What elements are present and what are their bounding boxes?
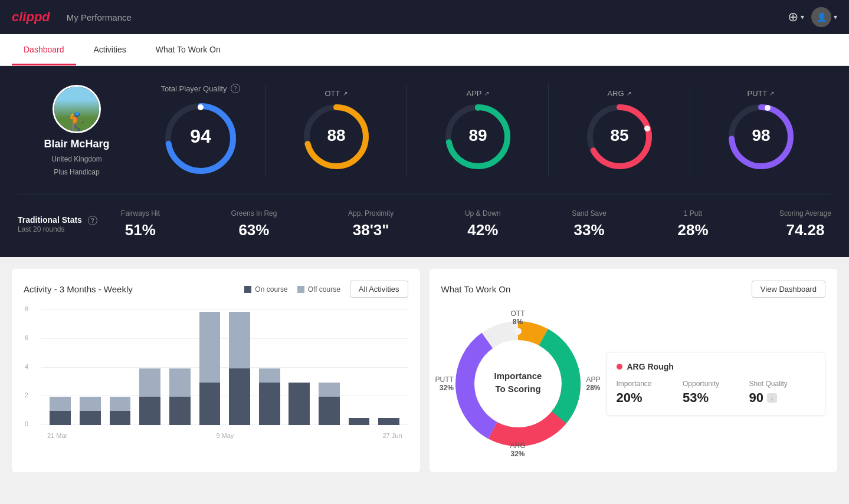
total-quality-help-icon[interactable]: ? — [231, 84, 240, 93]
ott-label: OTT ↗ — [325, 89, 348, 98]
donut-label-putt: PUTT 32% — [435, 375, 454, 392]
bar-3 — [107, 397, 133, 425]
gauge-ott-svg: 88 — [301, 101, 372, 172]
stat-proximity: App. Proximity 38'3" — [348, 209, 394, 239]
stat-sandsave: Sand Save 33% — [572, 209, 607, 239]
app-trend-icon: ↗ — [484, 90, 489, 97]
bar-on — [229, 368, 250, 425]
stat-1putt: 1 Putt 28% — [677, 209, 708, 239]
bar-off — [110, 397, 131, 411]
bar-8 — [256, 368, 283, 425]
bar-1 — [47, 397, 74, 425]
donut-label-ott: OTT 8% — [511, 309, 525, 326]
bar-on — [319, 397, 340, 425]
bar-4 — [137, 368, 163, 425]
tab-dashboard[interactable]: Dashboard — [12, 34, 76, 65]
donut-label-app: APP 28% — [586, 375, 600, 392]
gauges-section: Total Player Quality ? 94 OTT ↗ — [136, 84, 831, 177]
trad-help-icon[interactable]: ? — [88, 216, 97, 225]
bar-on — [378, 418, 399, 425]
bar-on — [199, 383, 221, 425]
donut-svg: Importance To Scoring — [441, 307, 595, 460]
bar-11 — [346, 418, 372, 425]
x-label-may: 9 May — [216, 432, 234, 439]
bar-off — [259, 368, 280, 383]
all-activities-button[interactable]: All Activities — [350, 281, 408, 298]
bar-off — [319, 383, 340, 397]
player-country: United Kingdom — [51, 155, 101, 163]
activity-header: Activity - 3 Months - Weekly On course O… — [24, 281, 408, 298]
plus-icon: ⊕ — [788, 9, 798, 25]
work-on-card: What To Work On View Dashboard — [430, 269, 838, 472]
page-title: My Performance — [67, 12, 132, 22]
svg-text:To Scoring: To Scoring — [495, 384, 540, 394]
shot-quality-badge: ↓ — [767, 393, 778, 403]
bar-on — [259, 383, 280, 425]
arg-label: ARG ↗ — [607, 89, 631, 98]
trad-sub: Last 20 rounds — [18, 225, 97, 233]
avatar-icon: 👤 — [817, 12, 827, 22]
avatar-chevron: ▾ — [834, 13, 837, 21]
logo-area: clippd My Performance — [12, 9, 132, 25]
gauge-arg: ARG ↗ 85 — [549, 84, 690, 177]
legend-off-course: Off course — [297, 285, 340, 294]
donut-chart-container: Importance To Scoring OTT 8% APP 28% ARG… — [441, 307, 595, 460]
main-content: Activity - 3 Months - Weekly On course O… — [0, 257, 849, 484]
stat-fairways: Fairways Hit 51% — [121, 209, 160, 239]
svg-point-26 — [514, 433, 522, 440]
view-dashboard-button[interactable]: View Dashboard — [752, 281, 825, 298]
on-course-legend-dot — [244, 286, 251, 293]
tab-activities[interactable]: Activities — [82, 34, 138, 65]
bar-on — [110, 411, 131, 425]
x-label-jun: 27 Jun — [382, 432, 402, 439]
off-course-legend-dot — [297, 286, 304, 293]
info-card-title: ARG Rough — [617, 362, 816, 371]
gauge-putt: PUTT ↗ 98 — [690, 84, 831, 177]
bar-off — [50, 397, 71, 411]
info-stat-shot-quality: Shot Quality 90 ↓ — [749, 380, 816, 406]
bar-on — [139, 397, 160, 425]
bar-on — [169, 397, 191, 425]
svg-point-2 — [198, 104, 204, 110]
work-on-title: What To Work On — [441, 284, 511, 294]
trad-label-block: Traditional Stats ? Last 20 rounds — [18, 215, 97, 234]
gauge-total-quality: Total Player Quality ? 94 — [136, 84, 265, 177]
svg-text:Importance: Importance — [494, 371, 542, 381]
legend-on-course: On course — [244, 285, 287, 294]
player-info: 🏌️ Blair McHarg United Kingdom Plus Hand… — [18, 85, 136, 176]
putt-trend-icon: ↗ — [769, 90, 774, 97]
stat-updown: Up & Down 42% — [465, 209, 501, 239]
logo: clippd — [12, 9, 50, 25]
arg-trend-icon: ↗ — [627, 90, 631, 97]
add-button[interactable]: ⊕ ▾ — [788, 9, 804, 25]
arg-rough-info-card: ARG Rough Importance 20% Opportunity 53%… — [607, 352, 826, 416]
bar-2 — [77, 397, 104, 425]
activity-card: Activity - 3 Months - Weekly On course O… — [12, 269, 420, 472]
bar-off — [199, 312, 221, 383]
info-stats: Importance 20% Opportunity 53% Shot Qual… — [617, 380, 816, 406]
bar-on — [349, 418, 370, 425]
bar-off — [139, 368, 160, 397]
svg-point-13 — [644, 126, 650, 131]
tab-what-to-work-on[interactable]: What To Work On — [144, 34, 232, 65]
bar-6 — [196, 312, 223, 425]
header: clippd My Performance ⊕ ▾ 👤 ▾ — [0, 0, 849, 34]
svg-text:98: 98 — [752, 126, 770, 144]
add-chevron: ▾ — [801, 13, 804, 21]
bar-on — [50, 411, 71, 425]
bar-5 — [167, 368, 194, 425]
svg-text:89: 89 — [468, 126, 487, 144]
bar-9 — [286, 383, 313, 425]
gauge-total-svg: 94 — [162, 100, 239, 177]
svg-point-25 — [568, 380, 575, 387]
user-menu[interactable]: 👤 ▾ — [811, 7, 837, 27]
activity-title: Activity - 3 Months - Weekly — [24, 284, 133, 294]
chart-legend: On course Off course — [244, 285, 340, 294]
header-actions: ⊕ ▾ 👤 ▾ — [788, 7, 837, 27]
tab-bar: Dashboard Activities What To Work On — [0, 34, 849, 66]
ott-trend-icon: ↗ — [343, 90, 348, 97]
bars-container — [41, 309, 408, 425]
gauge-ott: OTT ↗ 88 — [265, 84, 407, 177]
hero-top: 🏌️ Blair McHarg United Kingdom Plus Hand… — [18, 84, 831, 195]
traditional-stats: Traditional Stats ? Last 20 rounds Fairw… — [18, 195, 831, 239]
